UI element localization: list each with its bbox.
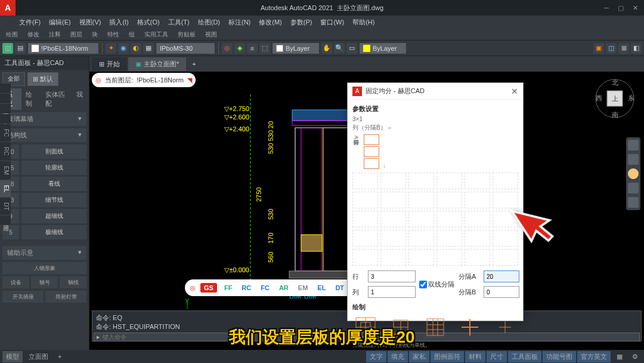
qbtn-gs[interactable]: GS — [200, 283, 217, 293]
tool-icon[interactable]: ⊞ — [618, 43, 629, 54]
qbtn-ar[interactable]: AR — [277, 283, 291, 293]
subtab-match[interactable]: 实体匹配 — [42, 88, 73, 110]
line-weight[interactable]: 5 — [2, 225, 19, 239]
line-type-button[interactable]: 超细线 — [21, 209, 86, 223]
template-cell[interactable] — [352, 192, 378, 208]
draw-option-4[interactable] — [459, 316, 481, 338]
line-type-button[interactable]: 看线 — [21, 177, 86, 191]
template-cell[interactable] — [493, 173, 518, 189]
start-tab[interactable]: ⊞开始 — [92, 57, 127, 71]
line-type-button[interactable]: 细节线 — [21, 193, 86, 207]
side-tab[interactable]: 建筑 — [0, 94, 11, 104]
tool-icon[interactable]: ▤ — [15, 43, 26, 54]
tool-icon[interactable]: ◉ — [118, 43, 129, 54]
menu-item[interactable]: 编辑(E) — [45, 17, 75, 28]
tool-icon[interactable]: ≡ — [247, 43, 258, 54]
qbtn-el[interactable]: EL — [315, 283, 328, 293]
tool-icon[interactable]: ◈ — [234, 43, 245, 54]
template-cell[interactable] — [408, 230, 434, 247]
template-cell[interactable] — [380, 249, 406, 266]
side-tab[interactable]: EM — [0, 161, 11, 180]
col-input[interactable] — [368, 286, 416, 298]
menu-item[interactable]: 帮助(H) — [349, 17, 378, 28]
template-cell[interactable] — [408, 249, 434, 266]
style-combo[interactable]: IPboMS-30 — [156, 42, 215, 54]
draw-option-3[interactable] — [425, 316, 446, 338]
app-logo[interactable]: A — [0, 0, 16, 16]
view-cube[interactable]: 上 北 南 东 西 — [594, 78, 636, 119]
qbtn-ff[interactable]: FF — [222, 283, 234, 293]
tool-icon[interactable]: ◐ — [131, 43, 141, 54]
tool-icon[interactable]: 🔍 — [334, 43, 345, 54]
menu-item[interactable]: 视图(V) — [76, 17, 105, 28]
ribbon-tab[interactable]: 特性 — [104, 29, 123, 40]
status-icon[interactable]: ⚙ — [628, 352, 642, 362]
template-cell[interactable] — [465, 249, 490, 266]
menu-item[interactable]: 插入(I) — [106, 17, 132, 28]
status-item[interactable]: 官方英文 — [577, 351, 611, 362]
template-cell[interactable] — [352, 211, 378, 227]
template-cell[interactable] — [436, 192, 462, 208]
template-cell[interactable] — [465, 192, 490, 208]
menu-item[interactable]: 文件(F) — [16, 17, 44, 28]
status-icon[interactable]: ▦ — [613, 352, 626, 362]
side-tab[interactable]: EL — [0, 180, 11, 198]
subtab-draw[interactable]: 绘制 — [22, 88, 41, 110]
side-tab[interactable]: 标准化 — [0, 84, 11, 94]
menu-item[interactable]: 格式(O) — [134, 17, 163, 28]
tool-icon[interactable]: ⬚ — [259, 43, 270, 54]
ribbon-tab[interactable]: 剪贴板 — [174, 29, 199, 40]
template-cell[interactable] — [380, 230, 406, 247]
section-header[interactable]: 结构线▾ — [2, 128, 86, 142]
template-cell[interactable] — [436, 211, 462, 227]
template-cell[interactable] — [380, 192, 406, 208]
aux-btn[interactable]: 设备 — [2, 276, 29, 288]
nav-icon[interactable] — [628, 183, 639, 193]
nav-icon[interactable] — [628, 197, 639, 208]
qbtn-fc[interactable]: FC — [258, 283, 272, 293]
row-input[interactable] — [368, 270, 416, 282]
color-combo[interactable]: ByLayer — [272, 42, 320, 54]
tool-icon[interactable]: ▣ — [593, 43, 604, 54]
tool-icon[interactable]: ◎ — [222, 43, 233, 54]
double-line-checkbox[interactable] — [419, 281, 427, 288]
dialog-close-button[interactable]: ✕ — [511, 87, 518, 96]
tool-icon[interactable]: ▭ — [346, 43, 357, 54]
ribbon-tab[interactable]: 块 — [88, 29, 101, 40]
line-type-button[interactable]: 轮廓线 — [21, 161, 86, 175]
ribbon-tab[interactable]: 实用工具 — [141, 29, 172, 40]
model-tab[interactable]: 模型 — [2, 351, 23, 362]
line-type-button[interactable]: 剖面线 — [21, 144, 86, 159]
template-cell[interactable] — [380, 173, 406, 189]
tool-icon[interactable]: ◫ — [2, 43, 13, 54]
ribbon-tab[interactable]: 图层 — [67, 29, 86, 40]
layer-combo[interactable]: !PboEL-18Norm — [27, 42, 99, 54]
subtab-my[interactable]: 我 — [73, 88, 86, 110]
nav-icon[interactable] — [628, 168, 639, 179]
ribbon-tab[interactable]: 绘图 — [2, 29, 21, 40]
template-cell[interactable] — [408, 211, 434, 227]
menu-item[interactable]: 窗口(W) — [317, 17, 348, 28]
aux-btn[interactable]: 轴线 — [60, 276, 86, 288]
template-cell[interactable] — [436, 173, 462, 189]
sepb-input[interactable] — [484, 286, 519, 298]
line-type-button[interactable]: 极细线 — [21, 225, 86, 239]
ribbon-tab[interactable]: 修改 — [24, 29, 43, 40]
aux-btn[interactable]: 人物形象 — [2, 262, 86, 274]
ribbon-tab[interactable]: 注释 — [45, 29, 64, 40]
side-tab[interactable]: RC — [0, 142, 11, 161]
ribbon-tab[interactable]: 视图 — [202, 29, 221, 40]
template-cell[interactable] — [465, 211, 490, 227]
template-cell[interactable] — [352, 173, 378, 189]
section-header[interactable]: 辅助示意▾ — [2, 246, 86, 260]
template-cell[interactable] — [436, 249, 462, 266]
tool-icon[interactable]: ✦ — [106, 43, 116, 54]
layer-indicator[interactable]: ◎ 当前图层: !PboEL-18Norm ◥ — [92, 73, 196, 87]
side-tab[interactable]: 平面 — [0, 104, 11, 114]
panel-tab-default[interactable]: ⊞默认 — [27, 72, 58, 86]
menu-item[interactable]: 标注(N) — [225, 17, 254, 28]
sepa-input[interactable] — [484, 270, 519, 282]
qbtn-dt[interactable]: DT — [333, 283, 346, 293]
tool-icon[interactable]: ▦ — [143, 43, 154, 54]
qbtn-em[interactable]: EM — [296, 283, 311, 293]
